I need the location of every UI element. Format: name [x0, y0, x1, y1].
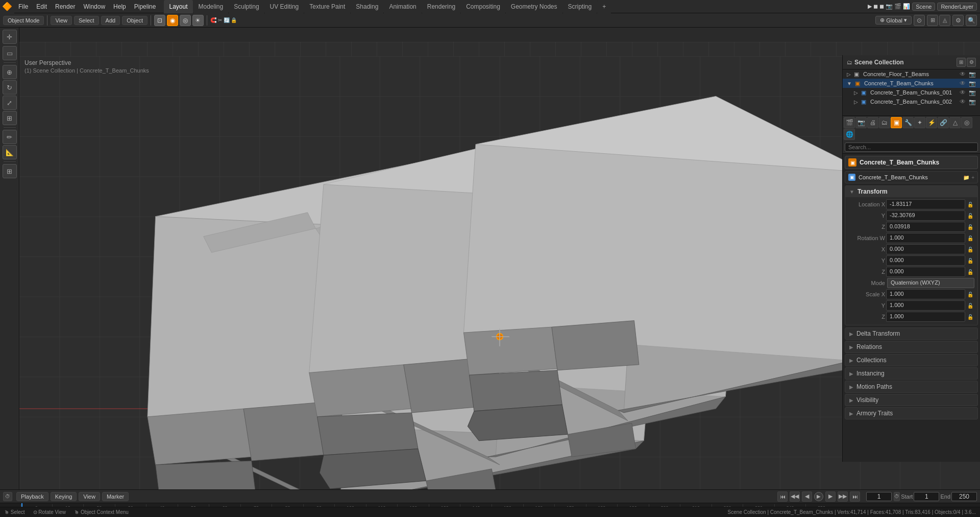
tab-modeling[interactable]: Modeling	[193, 0, 229, 13]
motion-paths-section[interactable]: ▶ Motion Paths	[845, 381, 978, 393]
datablock-new[interactable]: +	[971, 175, 974, 180]
props-scene-tab[interactable]: 🎬	[844, 117, 855, 128]
snap-btn[interactable]: ⊞	[927, 15, 938, 26]
solid-btn[interactable]: ◉	[167, 15, 178, 26]
chunks-002-camera[interactable]: 📷	[969, 99, 976, 105]
props-material-tab[interactable]: ◎	[961, 117, 972, 128]
menu-pipeline[interactable]: Pipeline	[130, 0, 160, 13]
play-pause-btn[interactable]: ▶	[814, 492, 823, 501]
add-object-tool[interactable]: ⊞	[3, 164, 17, 178]
relations-section[interactable]: ▶ Relations	[845, 341, 978, 353]
view-menu[interactable]: View	[51, 16, 72, 25]
chunks-001-eye[interactable]: 👁	[960, 89, 966, 96]
marker-menu[interactable]: Marker	[102, 492, 129, 501]
jump-end-btn[interactable]: ⏭	[850, 491, 860, 502]
tab-add[interactable]: +	[597, 0, 611, 13]
scale-z-lock[interactable]: 🔓	[966, 314, 974, 320]
tab-sculpting[interactable]: Sculpting	[229, 0, 264, 13]
collections-section[interactable]: ▶ Collections	[845, 354, 978, 366]
select-box-tool[interactable]: ▭	[3, 46, 17, 60]
scale-z-input[interactable]: 1.000	[886, 312, 965, 322]
scale-x-lock[interactable]: 🔓	[966, 292, 974, 297]
transform-tool[interactable]: ⊞	[3, 111, 17, 125]
datablock-browse[interactable]: 📁	[963, 175, 969, 180]
rotation-y-input[interactable]: 0.000	[886, 255, 965, 266]
proportional-edit-btn[interactable]: ⊙	[914, 15, 925, 26]
props-viewlayer-tab[interactable]: 🗂	[879, 117, 890, 128]
scale-x-input[interactable]: 1.000	[886, 289, 965, 299]
tab-geometry-nodes[interactable]: Geometry Nodes	[506, 0, 562, 13]
location-x-input[interactable]: -1.83117	[886, 199, 965, 209]
props-output-tab[interactable]: 🖨	[867, 117, 878, 128]
jump-fwd-btn[interactable]: ▶▶	[838, 491, 848, 502]
annotate-tool[interactable]: ✏	[3, 130, 17, 144]
rotation-x-lock[interactable]: 🔓	[966, 247, 974, 252]
props-search-input[interactable]	[845, 143, 978, 152]
props-particles-tab[interactable]: ✦	[914, 117, 925, 128]
props-object-tab[interactable]: ▣	[891, 117, 902, 128]
view-menu-timeline[interactable]: View	[79, 492, 100, 501]
step-fwd-btn[interactable]: ▶	[825, 491, 836, 502]
outliner-item-beam-chunks[interactable]: ▼ ▣ Concrete_T_Beam_Chunks 👁 📷	[843, 79, 980, 88]
floor-beams-eye[interactable]: 👁	[960, 70, 966, 78]
location-y-lock[interactable]: 🔓	[966, 213, 974, 219]
menu-file[interactable]: File	[14, 0, 32, 13]
outliner-item-chunks-001[interactable]: ▷ ▣ Concrete_T_Beam_Chunks_001 👁 📷	[843, 88, 980, 97]
props-constraint-tab[interactable]: 🔗	[938, 117, 949, 128]
transform-header[interactable]: ▼ Transform	[845, 186, 977, 197]
tab-texture-paint[interactable]: Texture Paint	[304, 0, 350, 13]
beam-chunks-eye[interactable]: 👁	[960, 80, 966, 87]
options-btn[interactable]: ⚙	[952, 15, 964, 26]
step-back-btn[interactable]: ◀	[802, 491, 812, 502]
menu-window[interactable]: Window	[79, 0, 109, 13]
wireframe-btn[interactable]: ⊡	[154, 15, 165, 26]
props-modifier-tab[interactable]: 🔧	[902, 117, 914, 128]
blender-logo[interactable]: 🔶	[0, 0, 14, 13]
scene-name-field[interactable]: Scene	[912, 3, 935, 11]
current-frame-display[interactable]: 1	[866, 492, 892, 501]
tab-animation[interactable]: Animation	[384, 0, 421, 13]
floor-beams-camera[interactable]: 📷	[969, 71, 976, 78]
cursor-tool[interactable]: ✛	[3, 30, 17, 44]
viewport-scene[interactable]: User Perspective (1) Scene Collection | …	[19, 42, 980, 489]
rotate-tool[interactable]: ↻	[3, 80, 17, 95]
outliner-filter-btn[interactable]: ⊞	[957, 58, 966, 67]
select-menu[interactable]: Select	[74, 16, 99, 25]
location-y-input[interactable]: -32.30769	[886, 210, 965, 221]
outliner-item-chunks-002[interactable]: ▷ ▣ Concrete_T_Beam_Chunks_002 👁 📷	[843, 97, 980, 106]
location-x-lock[interactable]: 🔓	[966, 202, 974, 207]
menu-help[interactable]: Help	[109, 0, 130, 13]
menu-edit[interactable]: Edit	[32, 0, 51, 13]
props-world-tab[interactable]: 🌐	[844, 129, 855, 140]
material-btn[interactable]: ◎	[180, 15, 191, 26]
rotation-z-input[interactable]: 0.000	[886, 267, 965, 277]
rotation-y-lock[interactable]: 🔓	[966, 258, 974, 264]
instancing-section[interactable]: ▶ Instancing	[845, 367, 978, 380]
chunks-002-eye[interactable]: 👁	[960, 98, 966, 105]
rendered-btn[interactable]: ☀	[192, 15, 204, 26]
render-layer-field[interactable]: RenderLayer	[937, 3, 977, 11]
end-frame-display[interactable]: 250	[951, 492, 977, 501]
rotation-mode-select[interactable]: Quaternion (WXYZ)	[887, 278, 974, 288]
start-frame-display[interactable]: 1	[914, 492, 939, 501]
viewport-3d[interactable]: User Perspective (1) Scene Collection | …	[19, 28, 980, 489]
tab-compositing[interactable]: Compositing	[461, 0, 505, 13]
scale-y-lock[interactable]: 🔓	[966, 303, 974, 309]
rotation-x-input[interactable]: 0.000	[886, 244, 965, 254]
global-pivot[interactable]: ⊕ Global ▾	[875, 16, 912, 25]
scale-y-input[interactable]: 1.000	[886, 300, 965, 311]
move-tool[interactable]: ⊕	[3, 65, 17, 79]
visibility-section[interactable]: ▶ Visibility	[845, 394, 978, 406]
location-z-lock[interactable]: 🔓	[966, 224, 974, 230]
chunks-001-camera[interactable]: 📷	[969, 89, 976, 96]
props-render-tab[interactable]: 📷	[855, 117, 867, 128]
jump-back-btn[interactable]: ◀◀	[790, 491, 800, 502]
tab-scripting[interactable]: Scripting	[563, 0, 597, 13]
mode-select[interactable]: Object Mode	[3, 16, 44, 25]
menu-render[interactable]: Render	[51, 0, 79, 13]
tab-rendering[interactable]: Rendering	[422, 0, 460, 13]
rotation-w-input[interactable]: 1.000	[886, 233, 965, 243]
scale-tool[interactable]: ⤢	[3, 96, 17, 110]
props-physics-tab[interactable]: ⚡	[926, 117, 937, 128]
beam-chunks-camera[interactable]: 📷	[969, 80, 976, 87]
